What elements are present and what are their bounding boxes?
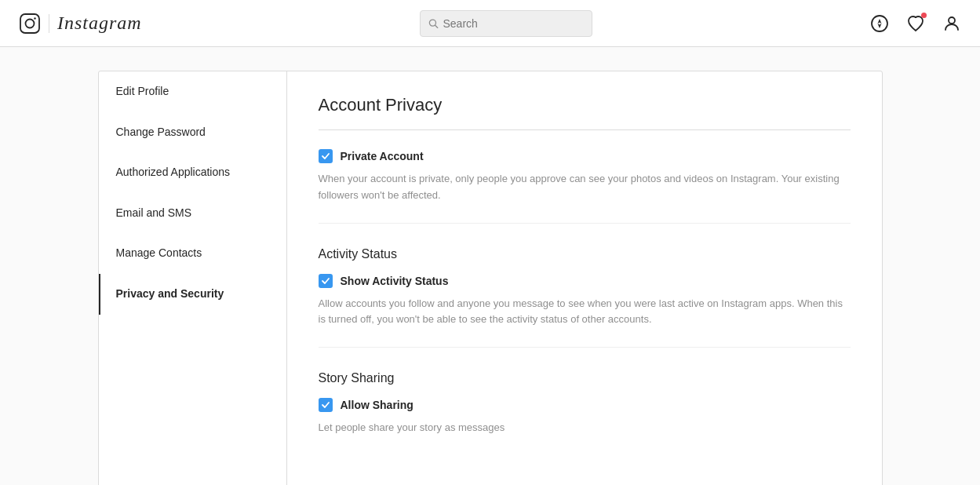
svg-point-5 bbox=[872, 16, 887, 31]
sidebar-item-change-password[interactable]: Change Password bbox=[99, 112, 286, 153]
check-icon-3 bbox=[321, 400, 330, 410]
account-privacy-title: Account Privacy bbox=[319, 95, 851, 130]
settings-container: Edit Profile Change Password Authorized … bbox=[98, 71, 883, 485]
instagram-camera-icon bbox=[19, 13, 41, 35]
private-account-row: Private Account bbox=[319, 149, 851, 163]
compass-button[interactable] bbox=[870, 14, 889, 33]
compass-icon bbox=[870, 14, 889, 33]
allow-sharing-row: Allow Sharing bbox=[319, 398, 851, 412]
svg-line-4 bbox=[435, 25, 437, 27]
sidebar-item-authorized-applications[interactable]: Authorized Applications bbox=[99, 152, 286, 193]
show-activity-row: Show Activity Status bbox=[319, 274, 851, 288]
search-icon bbox=[428, 18, 439, 29]
svg-marker-7 bbox=[877, 24, 881, 28]
svg-point-8 bbox=[949, 17, 955, 24]
header: Instagram bbox=[0, 0, 980, 47]
activity-status-section: Activity Status Show Activity Status All… bbox=[319, 247, 851, 348]
check-icon-2 bbox=[321, 276, 330, 286]
sidebar-item-email-sms[interactable]: Email and SMS bbox=[99, 193, 286, 234]
svg-marker-6 bbox=[877, 19, 881, 24]
allow-sharing-desc: Let people share your story as messages bbox=[319, 420, 851, 436]
story-sharing-section: Story Sharing Allow Sharing Let people s… bbox=[319, 371, 851, 455]
profile-button[interactable] bbox=[942, 14, 961, 33]
site-logo-text: Instagram bbox=[57, 13, 142, 34]
svg-point-1 bbox=[26, 19, 35, 27]
private-account-checkbox[interactable] bbox=[319, 149, 333, 163]
user-icon bbox=[942, 14, 961, 33]
search-bar[interactable] bbox=[420, 10, 592, 37]
main-content: Account Privacy Private Account When you… bbox=[287, 71, 882, 485]
notification-dot bbox=[921, 13, 927, 18]
allow-sharing-checkbox[interactable] bbox=[319, 398, 333, 412]
search-input[interactable] bbox=[443, 17, 584, 30]
check-icon bbox=[321, 151, 330, 161]
sidebar-item-edit-profile[interactable]: Edit Profile bbox=[99, 71, 286, 112]
sidebar-item-privacy-security[interactable]: Privacy and Security bbox=[99, 274, 286, 315]
header-icons bbox=[870, 14, 961, 33]
svg-point-2 bbox=[34, 17, 35, 19]
notifications-button[interactable] bbox=[906, 14, 925, 33]
svg-rect-0 bbox=[20, 14, 39, 33]
logo-area: Instagram bbox=[19, 13, 142, 35]
allow-sharing-label: Allow Sharing bbox=[341, 399, 413, 411]
settings-sidebar: Edit Profile Change Password Authorized … bbox=[99, 71, 287, 485]
logo-divider bbox=[49, 14, 49, 33]
sidebar-item-manage-contacts[interactable]: Manage Contacts bbox=[99, 233, 286, 274]
show-activity-label: Show Activity Status bbox=[341, 275, 449, 287]
story-sharing-title: Story Sharing bbox=[319, 371, 851, 385]
activity-status-title: Activity Status bbox=[319, 247, 851, 261]
account-privacy-section: Account Privacy Private Account When you… bbox=[319, 95, 851, 224]
show-activity-desc: Allow accounts you follow and anyone you… bbox=[319, 296, 851, 329]
show-activity-checkbox[interactable] bbox=[319, 274, 333, 288]
private-account-desc: When your account is private, only peopl… bbox=[319, 171, 851, 204]
private-account-label: Private Account bbox=[341, 150, 424, 162]
